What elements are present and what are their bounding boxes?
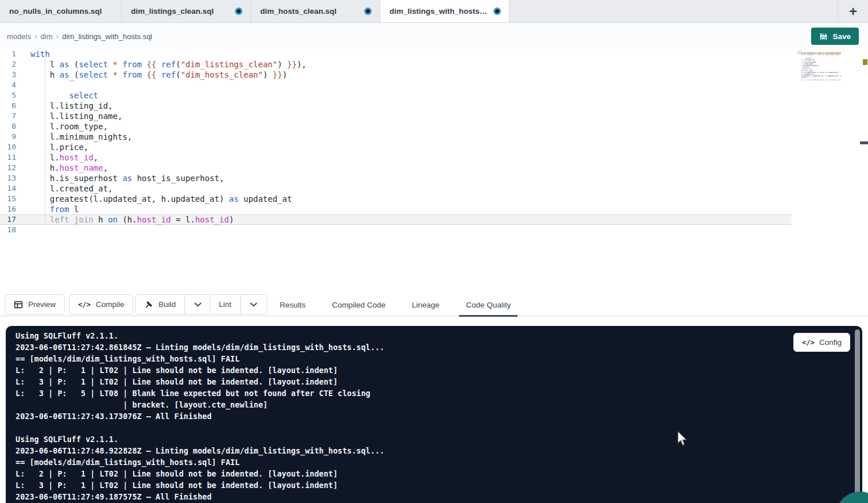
build-button[interactable]: Build [136,295,184,314]
editor-tab[interactable]: no_nulls_in_columns.sql [0,0,122,22]
code-line[interactable]: 2 l as (select * from {{ ref("dim_listin… [0,59,792,70]
terminal-output: Using SQLFluff v2.1.1. 2023-06-06T11:27:… [6,326,862,503]
table-icon [14,300,23,309]
code-icon: </> [802,339,815,347]
panel-tab-code-quality[interactable]: Code Quality [462,293,514,316]
code-line-text [28,225,30,235]
action-toolbar: Preview </> Compile Build [0,293,868,316]
line-number: 3 [0,70,28,80]
code-line[interactable]: 8 l.room_type, [0,121,792,132]
line-number: 8 [0,121,28,132]
code-line-text: h.host_name, [28,163,108,173]
code-line[interactable]: 15 greatest(l.updated_at, h.updated_at) … [0,194,792,204]
code-line[interactable]: 11 l.host_id, [0,152,792,163]
breadcrumb-separator-icon: › [56,32,59,41]
save-icon [819,32,828,41]
chevron-down-icon [250,302,257,307]
tabbar-spacer [510,0,838,22]
panel-tab-lineage[interactable]: Lineage [408,293,443,316]
line-number: 2 [0,59,28,70]
breadcrumb-item: models [7,32,31,41]
code-line-text: l.created_at, [28,183,113,194]
code-line-text: l.host_id, [28,152,98,163]
code-editor[interactable]: 1with2 l as (select * from {{ ref("dim_l… [0,49,868,293]
code-line-text: with [28,49,50,59]
code-line-text: h as (select * from {{ ref("dim_hosts_cl… [28,70,287,80]
preview-button[interactable]: Preview [5,294,65,314]
lint-button[interactable]: Lint [210,295,240,314]
line-number: 17 [0,214,28,225]
lint-options-button[interactable] [240,295,267,314]
line-number: 4 [0,80,28,90]
new-tab-button[interactable]: + [838,0,868,22]
editor-tab[interactable]: dim_listings_clean.sql [122,0,251,22]
code-line-text: left join h on (h.host_id = l.host_id) [28,214,234,225]
code-line[interactable]: 18 [0,225,792,235]
code-line-text [28,80,30,90]
breadcrumb-item: dim [41,32,53,41]
tab-label: dim_listings_with_hosts.sql [389,7,489,16]
code-line[interactable]: 6 l.listing_id, [0,101,792,111]
editor-tab[interactable]: dim_listings_with_hosts.sql [380,0,510,22]
editor-tabs: no_nulls_in_columns.sqldim_listings_clea… [0,0,510,22]
code-line[interactable]: 12 h.host_name, [0,163,792,173]
code-line-text: l.room_type, [28,121,108,132]
indent-guide [45,59,45,225]
panel-tabs: ResultsCompiled CodeLineageCode Quality [276,293,514,316]
tab-label: no_nulls_in_columns.sql [9,7,102,16]
modified-indicator-icon[interactable] [364,7,372,15]
line-number: 16 [0,204,28,214]
save-button-label: Save [832,32,851,41]
config-button[interactable]: </> Config [793,333,850,352]
code-line[interactable]: 16 from l [0,204,792,214]
code-line[interactable]: 9 l.minimum_nights, [0,132,792,142]
editor-tab-bar: no_nulls_in_columns.sqldim_listings_clea… [0,0,868,23]
code-line[interactable]: 14 l.created_at, [0,183,792,194]
compile-button-label: Compile [96,300,125,309]
code-icon: </> [78,301,91,309]
build-button-group: Build [135,294,211,314]
code-line[interactable]: 17 left join h on (h.host_id = l.host_id… [0,214,792,225]
code-line-text: l.listing_name, [28,111,122,121]
dbt-ide-window: no_nulls_in_columns.sqldim_listings_clea… [0,0,868,503]
code-line[interactable]: 1with [0,49,792,59]
line-number: 11 [0,152,28,163]
minimap-line: h as (select * from {{ ref("dim_hosts_cl… [797,54,841,56]
help-button[interactable] [836,492,868,503]
code-line-text: select [28,90,98,101]
code-line-text: l.listing_id, [28,101,113,111]
modified-indicator-icon[interactable] [493,7,501,15]
code-line[interactable]: 13 h.is_superhost as host_is_superhost, [0,173,792,183]
code-line[interactable]: 3 h as (select * from {{ ref("dim_hosts_… [0,70,792,80]
line-number: 14 [0,183,28,194]
minimap[interactable]: with l as (select * from {{ ref("dim_lis… [797,51,841,83]
preview-button-label: Preview [28,300,56,309]
code-line[interactable]: 7 l.listing_name, [0,111,792,121]
code-line-text: h.is_superhost as host_is_superhost, [28,173,224,183]
line-number: 1 [0,49,28,59]
terminal-scrollbar[interactable] [855,329,860,501]
breadcrumb-item: dim_listings_with_hosts.sql [62,32,152,41]
save-button[interactable]: Save [811,28,859,45]
code-line[interactable]: 5 select [0,90,792,101]
lint-button-group: Lint [210,294,267,314]
line-number: 9 [0,132,28,142]
terminal-text: Using SQLFluff v2.1.1. 2023-06-06T11:27:… [16,330,384,502]
compile-button[interactable]: </> Compile [69,294,133,314]
code-line[interactable]: 4 [0,80,792,90]
breadcrumb-separator-icon: › [34,32,37,41]
modified-indicator-icon[interactable] [235,7,242,15]
code-line[interactable]: 10 l.price, [0,142,792,152]
tab-label: dim_hosts_clean.sql [260,7,337,16]
build-options-button[interactable] [184,295,211,314]
line-number: 7 [0,111,28,121]
editor-tab[interactable]: dim_hosts_clean.sql [251,0,380,22]
panel-tab-compiled-code[interactable]: Compiled Code [329,293,389,316]
panel-tab-results[interactable]: Results [276,293,309,316]
editor-scroll-marker[interactable] [860,141,868,144]
line-number: 18 [0,225,28,235]
line-number: 15 [0,194,28,204]
minimap-line: left join h on (h.host_id = l.host_id) [797,79,841,81]
minimap-line [797,81,841,83]
line-number: 10 [0,142,28,152]
